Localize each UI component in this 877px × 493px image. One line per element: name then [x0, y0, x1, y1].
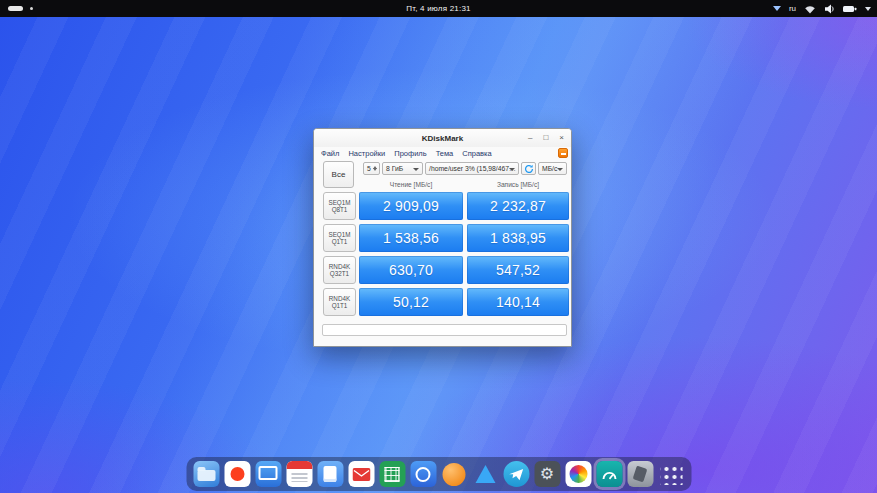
keyboard-layout-indicator[interactable]: ru — [789, 4, 796, 13]
menu-profile[interactable]: Профиль — [394, 149, 426, 158]
dock-item-file-manager[interactable] — [193, 461, 219, 487]
menu-help[interactable]: Справка — [462, 149, 491, 158]
dock-item-app-grid[interactable] — [658, 461, 684, 487]
wifi-icon[interactable] — [804, 4, 816, 14]
dock-item-photos[interactable] — [565, 461, 591, 487]
test-label-line1: SEQ1M — [328, 231, 350, 239]
dock-item-spreadsheet[interactable] — [379, 461, 405, 487]
minimize-button[interactable]: – — [528, 134, 532, 142]
mail-icon — [352, 468, 370, 481]
write-result-field[interactable]: 140,14 — [467, 288, 569, 316]
write-result-field[interactable]: 547,52 — [467, 256, 569, 284]
dock-item-mail[interactable] — [348, 461, 374, 487]
clock[interactable]: Пт, 4 июля 21:31 — [406, 0, 470, 17]
dock-item-system-tool[interactable] — [627, 461, 653, 487]
write-column-header: Запись [МБ/с] — [467, 179, 569, 189]
benchmark-toolbar: 5 8 ГиБ /home/user 3% (15,98/467… МБ/с — [363, 162, 567, 175]
menu-settings[interactable]: Настройки — [348, 149, 385, 158]
read-result-field[interactable]: 1 538,56 — [359, 224, 463, 252]
workspace-dot-icon — [30, 7, 33, 10]
dock-item-office-app[interactable] — [410, 461, 436, 487]
menu-theme[interactable]: Тема — [436, 149, 454, 158]
telegram-icon — [508, 467, 524, 481]
test-type-button[interactable]: SEQ1M Q1T1 — [323, 224, 356, 252]
test-label-line2: Q32T1 — [330, 270, 349, 278]
close-button[interactable]: × — [559, 134, 564, 142]
battery-icon[interactable] — [843, 5, 857, 13]
dock-item-kdiskmark-active[interactable] — [596, 461, 622, 487]
chevron-down-icon[interactable] — [865, 7, 871, 11]
gear-icon: ⚙ — [540, 466, 554, 482]
kdiskmark-window: KDiskMark – □ × Файл Настройки Профиль Т… — [313, 128, 572, 347]
write-result-field[interactable]: 2 232,87 — [467, 192, 569, 220]
read-result-field[interactable]: 50,12 — [359, 288, 463, 316]
dock-item-media-player[interactable] — [472, 461, 498, 487]
dock-item-yandex-browser[interactable] — [224, 461, 250, 487]
speedometer-icon — [600, 466, 618, 482]
test-type-button[interactable]: SEQ1M Q8T1 — [323, 192, 356, 220]
test-type-button[interactable]: RND4K Q1T1 — [323, 288, 356, 316]
test-size-dropdown[interactable]: 8 ГиБ — [382, 162, 423, 175]
workspace-pill-icon — [8, 6, 23, 11]
dock-item-text-editor[interactable] — [317, 461, 343, 487]
read-result-field[interactable]: 2 909,09 — [359, 192, 463, 220]
dock: ⚙ — [186, 457, 691, 491]
test-type-button[interactable]: RND4K Q32T1 — [323, 256, 356, 284]
status-line — [322, 324, 567, 336]
dock-item-telegram[interactable] — [503, 461, 529, 487]
benchmark-row-rnd4k-q32t1: RND4K Q32T1 630,70 547,52 — [323, 256, 569, 284]
read-result-field[interactable]: 630,70 — [359, 256, 463, 284]
maximize-button[interactable]: □ — [543, 134, 548, 142]
dock-item-calendar[interactable] — [286, 461, 312, 487]
benchmark-row-seq1m-q1t1: SEQ1M Q1T1 1 538,56 1 838,95 — [323, 224, 569, 252]
loop-count-spinner[interactable]: 5 — [363, 162, 380, 175]
system-tray: ru — [773, 0, 871, 17]
dock-item-remote-display[interactable] — [255, 461, 281, 487]
window-controls: – □ × — [528, 129, 564, 147]
tray-arrow-icon[interactable] — [773, 6, 781, 11]
read-column-header: Чтение [МБ/с] — [359, 179, 463, 189]
refresh-button[interactable] — [521, 162, 536, 175]
write-result-field[interactable]: 1 838,95 — [467, 224, 569, 252]
menu-overflow-icon[interactable] — [558, 148, 568, 158]
benchmark-rows: SEQ1M Q8T1 2 909,09 2 232,87 SEQ1M Q1T1 … — [323, 192, 569, 316]
unit-dropdown[interactable]: МБ/с — [538, 162, 567, 175]
refresh-icon — [524, 164, 534, 174]
test-label-line2: Q1T1 — [332, 302, 348, 310]
test-label-line2: Q8T1 — [332, 206, 348, 214]
top-panel: Пт, 4 июля 21:31 ru — [0, 0, 877, 17]
volume-icon[interactable] — [824, 4, 835, 14]
menu-file[interactable]: Файл — [321, 149, 339, 158]
test-label-line2: Q1T1 — [332, 238, 348, 246]
menu-bar: Файл Настройки Профиль Тема Справка — [314, 147, 571, 160]
benchmark-row-rnd4k-q1t1: RND4K Q1T1 50,12 140,14 — [323, 288, 569, 316]
dock-item-settings[interactable]: ⚙ — [534, 461, 560, 487]
test-label-line1: RND4K — [329, 263, 350, 271]
window-titlebar[interactable]: KDiskMark – □ × — [314, 129, 571, 148]
workspace-indicator — [8, 6, 33, 11]
test-label-line1: RND4K — [329, 295, 350, 303]
target-drive-dropdown[interactable]: /home/user 3% (15,98/467… — [425, 162, 519, 175]
dock-item-orange-app[interactable] — [441, 461, 467, 487]
benchmark-row-seq1m-q8t1: SEQ1M Q8T1 2 909,09 2 232,87 — [323, 192, 569, 220]
run-all-button[interactable]: Все — [323, 161, 354, 188]
test-label-line1: SEQ1M — [328, 199, 350, 207]
